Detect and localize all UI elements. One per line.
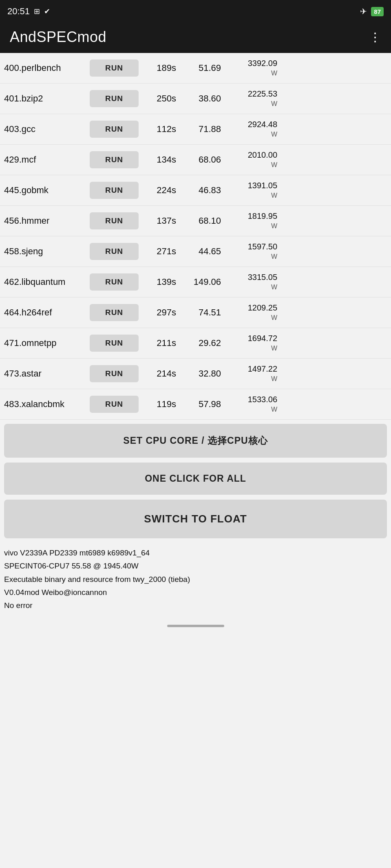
- table-row: 403.gccRUN112s71.882924.48W: [0, 114, 391, 145]
- bench-name: 456.hmmer: [4, 216, 90, 226]
- nav-bar: [0, 620, 391, 632]
- benchmark-list: 400.perlbenchRUN189s51.693392.09W401.bzi…: [0, 53, 391, 420]
- bench-watt: 1533.06W: [224, 395, 277, 414]
- status-bar: 20:51 ⊞ ✔ ✈ 87: [0, 0, 391, 23]
- bench-name: 403.gcc: [4, 124, 90, 134]
- bench-name: 400.perlbench: [4, 63, 90, 73]
- bench-score: 38.60: [179, 93, 224, 104]
- bench-score: 57.98: [179, 399, 224, 410]
- switch-to-float-button[interactable]: SWITCH TO FLOAT: [4, 500, 387, 538]
- run-button[interactable]: RUN: [90, 365, 139, 382]
- table-row: 401.bzip2RUN250s38.602225.53W: [0, 84, 391, 114]
- bench-name: 401.bzip2: [4, 93, 90, 104]
- bench-name: 473.astar: [4, 368, 90, 379]
- bench-time: 214s: [139, 368, 179, 379]
- run-button[interactable]: RUN: [90, 335, 139, 352]
- check-icon: ✔: [44, 7, 50, 16]
- bench-time: 189s: [139, 63, 179, 73]
- run-button[interactable]: RUN: [90, 59, 139, 77]
- nav-pill: [167, 625, 224, 627]
- bench-watt: 1209.25W: [224, 303, 277, 322]
- battery-display: 87: [371, 7, 384, 16]
- run-button[interactable]: RUN: [90, 273, 139, 291]
- bench-score: 29.62: [179, 338, 224, 348]
- table-row: 458.sjengRUN271s44.651597.50W: [0, 236, 391, 267]
- table-row: 429.mcfRUN134s68.062010.00W: [0, 145, 391, 175]
- footer-line-3: Executable binary and resource from twy_…: [4, 573, 387, 586]
- bench-name: 462.libquantum: [4, 277, 90, 287]
- table-row: 471.omnetppRUN211s29.621694.72W: [0, 328, 391, 359]
- bench-watt: 2225.53W: [224, 89, 277, 108]
- airplane-icon: ✈: [360, 7, 367, 16]
- table-row: 400.perlbenchRUN189s51.693392.09W: [0, 53, 391, 84]
- run-button[interactable]: RUN: [90, 121, 139, 138]
- bench-name: 464.h264ref: [4, 307, 90, 318]
- run-button[interactable]: RUN: [90, 151, 139, 168]
- bench-score: 51.69: [179, 63, 224, 73]
- footer-line-2: SPECINT06-CPU7 55.58 @ 1945.40W: [4, 560, 387, 573]
- table-row: 473.astarRUN214s32.801497.22W: [0, 359, 391, 389]
- bench-time: 119s: [139, 399, 179, 410]
- status-bar-left: 20:51 ⊞ ✔: [7, 6, 50, 17]
- footer-line-1: vivo V2339A PD2339 mt6989 k6989v1_64: [4, 546, 387, 560]
- bench-time: 297s: [139, 307, 179, 318]
- table-row: 462.libquantumRUN139s149.063315.05W: [0, 267, 391, 297]
- bench-score: 44.65: [179, 246, 224, 257]
- bench-watt: 1694.72W: [224, 334, 277, 352]
- table-row: 464.h264refRUN297s74.511209.25W: [0, 297, 391, 328]
- bench-time: 112s: [139, 124, 179, 134]
- bench-name: 483.xalancbmk: [4, 399, 90, 410]
- one-click-all-button[interactable]: ONE CLICK FOR ALL: [4, 463, 387, 495]
- time-display: 20:51: [7, 6, 30, 17]
- run-button[interactable]: RUN: [90, 396, 139, 413]
- bench-watt: 1391.05W: [224, 181, 277, 200]
- app-title: AndSPECmod: [10, 29, 106, 46]
- bench-score: 68.06: [179, 154, 224, 165]
- overflow-menu-button[interactable]: ⋮: [369, 31, 381, 43]
- bench-time: 137s: [139, 216, 179, 226]
- run-button[interactable]: RUN: [90, 304, 139, 321]
- bench-name: 429.mcf: [4, 154, 90, 165]
- run-button[interactable]: RUN: [90, 212, 139, 229]
- bench-watt: 2924.48W: [224, 120, 277, 139]
- bench-watt: 1597.50W: [224, 242, 277, 261]
- bench-watt: 1819.95W: [224, 211, 277, 230]
- run-button[interactable]: RUN: [90, 243, 139, 260]
- status-bar-right: ✈ 87: [360, 7, 384, 16]
- app-header: AndSPECmod ⋮: [0, 23, 391, 53]
- bench-time: 211s: [139, 338, 179, 348]
- bench-watt: 2010.00W: [224, 150, 277, 169]
- table-row: 483.xalancbmkRUN119s57.981533.06W: [0, 389, 391, 420]
- bench-time: 134s: [139, 154, 179, 165]
- bench-watt: 1497.22W: [224, 364, 277, 383]
- bench-watt: 3392.09W: [224, 59, 277, 77]
- table-row: 445.gobmkRUN224s46.831391.05W: [0, 175, 391, 206]
- bench-score: 46.83: [179, 185, 224, 196]
- run-button[interactable]: RUN: [90, 90, 139, 107]
- bench-time: 271s: [139, 246, 179, 257]
- bench-score: 149.06: [179, 277, 224, 287]
- bench-name: 471.omnetpp: [4, 338, 90, 348]
- bench-score: 32.80: [179, 368, 224, 379]
- run-button[interactable]: RUN: [90, 182, 139, 199]
- footer-line-5: No error: [4, 599, 387, 612]
- bench-score: 74.51: [179, 307, 224, 318]
- bench-name: 445.gobmk: [4, 185, 90, 196]
- bench-score: 71.88: [179, 124, 224, 134]
- table-row: 456.hmmerRUN137s68.101819.95W: [0, 206, 391, 236]
- bench-name: 458.sjeng: [4, 246, 90, 257]
- bench-time: 250s: [139, 93, 179, 104]
- footer-line-4: V0.04mod Weibo@ioncannon: [4, 586, 387, 599]
- bench-watt: 3315.05W: [224, 273, 277, 291]
- sim-icon: ⊞: [34, 7, 40, 16]
- bench-time: 139s: [139, 277, 179, 287]
- set-cpu-core-button[interactable]: SET CPU CORE / 选择CPU核心: [4, 424, 387, 458]
- bench-score: 68.10: [179, 216, 224, 226]
- bottom-buttons: SET CPU CORE / 选择CPU核心 ONE CLICK FOR ALL…: [0, 421, 391, 541]
- footer-info: vivo V2339A PD2339 mt6989 k6989v1_64 SPE…: [0, 541, 391, 620]
- bench-time: 224s: [139, 185, 179, 196]
